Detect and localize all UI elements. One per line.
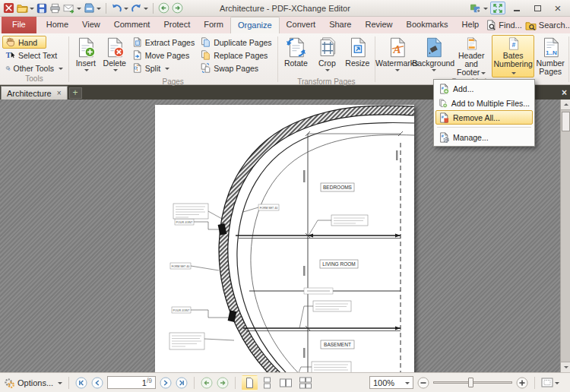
two-pages-layout-button[interactable] [277,375,295,390]
history-forward-button[interactable] [172,2,183,14]
select-text-button[interactable]: T Select Text [2,49,66,62]
insert-pages-button[interactable]: Insert [71,35,100,77]
header-and-footer-button[interactable]: Header and Footer [451,35,492,77]
group-separator [277,36,278,82]
tab-view[interactable]: View [75,17,107,33]
scrollbar-thumb[interactable] [562,112,570,131]
tab-convert[interactable]: Convert [280,17,323,33]
two-pages-continuous-layout-button[interactable] [296,375,315,390]
svg-text:1..N: 1..N [546,49,557,56]
options-button[interactable]: Options... [4,378,62,388]
view-forward-button[interactable] [217,377,229,389]
resize-button[interactable]: Resize [342,35,372,77]
rotate-icon [286,37,306,58]
minimize-button[interactable] [508,2,526,14]
close-button[interactable]: × [549,2,567,14]
tab-share[interactable]: Share [322,17,358,33]
tab-form[interactable]: Form [197,17,230,33]
rotate-button[interactable]: Rotate [280,35,312,77]
new-document-tab-button[interactable]: + [69,87,82,99]
replace-pages-button[interactable]: Replace Pages [198,49,274,62]
page-number-field[interactable]: 1/9 [107,376,156,389]
close-pane-icon[interactable]: × [562,87,567,98]
single-page-layout-button[interactable] [242,375,258,390]
tab-home[interactable]: Home [40,17,75,33]
fit-page-button[interactable] [541,378,559,387]
document-tab-close-icon[interactable]: × [57,90,62,97]
ui-options-button[interactable] [470,3,488,14]
scan-button[interactable] [84,3,101,13]
other-tools-button[interactable]: Other Tools [2,62,66,74]
background-button[interactable]: Background [416,35,451,77]
fullscreen-button[interactable] [490,2,505,14]
menu-item-add-to-multiple-files[interactable]: Add to Multiple Files... [435,96,533,110]
zoom-in-icon [516,377,528,389]
number-pages-button[interactable]: 1..N Number Pages [534,35,566,77]
search-icon [525,21,537,30]
open-button[interactable] [17,3,34,13]
watermarks-button[interactable]: A Watermarks [378,35,416,77]
tab-bookmarks[interactable]: Bookmarks [400,17,455,33]
scroll-down-arrow[interactable] [561,362,570,372]
move-pages-button[interactable]: Move Pages [129,49,198,62]
search-button[interactable]: Search... [525,21,570,30]
tab-help[interactable]: Help [455,17,486,33]
two-pages-continuous-layout-icon [299,377,312,389]
extract-pages-icon [132,37,142,47]
room-label-basement: BASEMENT [324,342,351,347]
tab-comment[interactable]: Comment [107,17,157,33]
find-button[interactable]: Find... [486,20,522,30]
zoom-slider-thumb[interactable] [468,378,473,387]
redo-button[interactable] [131,3,148,13]
delete-pages-button[interactable]: Delete [100,35,129,77]
menu-item-manage[interactable]: # Manage... [435,130,533,144]
group-tools: Hand T Select Text Other Tools Tools [1,34,68,84]
document-tab-architecture[interactable]: Architecture × [1,86,68,100]
crop-icon [317,37,337,58]
maximize-button[interactable] [528,2,546,14]
email-button[interactable] [63,3,81,14]
tab-protect[interactable]: Protect [157,17,197,33]
swap-pages-button[interactable]: Swap Pages [198,62,274,74]
bates-numbering-menu: # Add... Add to Multiple Files... # Remo… [433,79,535,147]
svg-text:#: # [511,41,515,49]
tab-organize[interactable]: Organize [230,17,280,33]
menu-item-add-label: Add... [453,84,473,93]
crop-button[interactable]: Crop [312,35,342,77]
view-back-button[interactable] [201,377,213,389]
tab-review[interactable]: Review [358,17,399,33]
print-button[interactable] [49,3,61,14]
zoom-out-button[interactable] [417,377,429,389]
hand-tool-button[interactable]: Hand [2,36,46,49]
continuous-layout-button[interactable] [259,375,275,390]
other-tools-label: Other Tools [14,64,55,73]
zoom-slider[interactable] [433,378,512,387]
options-gear-icon [4,378,14,388]
number-pages-label-2: Pages [539,68,562,76]
zoom-level-select[interactable]: 100% [369,376,413,389]
scroll-up-arrow[interactable] [561,100,570,110]
background-label: Background [412,59,454,68]
crop-label: Crop [318,59,336,68]
bates-numbering-button[interactable]: # Bates Numbering [492,35,534,77]
save-button[interactable] [36,3,47,14]
menu-item-add[interactable]: # Add... [435,81,533,96]
tab-file[interactable]: File [2,17,36,33]
zoom-in-button[interactable] [516,377,528,389]
previous-page-button[interactable] [91,377,103,389]
history-back-button[interactable] [158,2,169,14]
menu-item-remove-all[interactable]: # Remove All... [435,110,533,125]
pdf-page[interactable]: BEDROOMS LIVING ROOM BASEMENT FORM SET 4… [155,105,414,372]
duplicate-pages-button[interactable]: Duplicate Pages [198,36,274,49]
vertical-scrollbar[interactable] [560,100,570,372]
select-text-label: Select Text [18,51,57,60]
split-button[interactable]: Split [129,62,198,74]
statusbar-separator [534,377,535,389]
first-page-button[interactable] [75,377,87,389]
bates-numbering-caret [511,72,516,77]
insert-label: Insert [76,59,96,68]
last-page-button[interactable] [176,377,188,389]
next-page-button[interactable] [160,377,172,389]
undo-button[interactable] [111,3,128,13]
extract-pages-button[interactable]: Extract Pages [129,36,198,49]
